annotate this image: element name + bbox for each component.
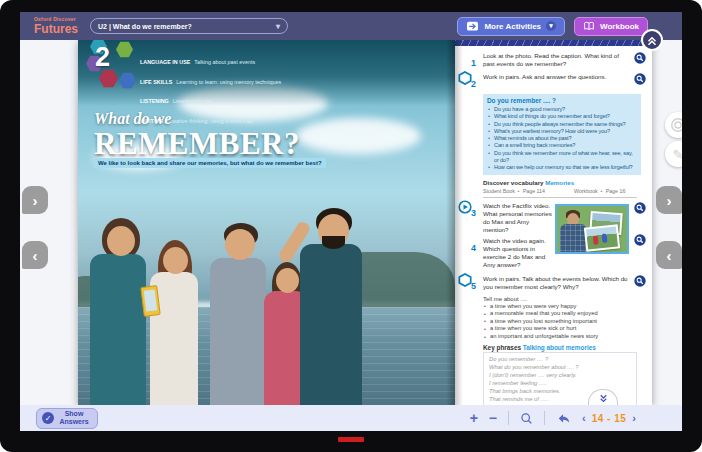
top-navbar: Oxford Discover Futures U2 | What do we … [20, 12, 682, 40]
double-chevron-up-icon [645, 33, 659, 47]
vocab-topic-link[interactable]: Memories [545, 179, 574, 186]
key-phrase: I remember feeling ..... [489, 379, 631, 387]
exercise-number: 3 [471, 208, 476, 218]
viewer-content: › ‹ › ‹ ✎ [20, 40, 682, 405]
unit-dropdown-label: U2 | What do we remember? [98, 23, 192, 30]
skill-desc: Learning to learn: using memory techniqu… [176, 79, 281, 85]
check-glyph: ✓ [45, 414, 52, 423]
page-forward-button-left[interactable]: › [22, 186, 48, 214]
page-back-button-right[interactable]: ‹ [656, 241, 682, 269]
presenter-figure [560, 224, 587, 254]
video-play-icon [458, 200, 472, 218]
skill-label: LISTENING [140, 98, 169, 104]
student-book-left-page: 2 LANGUAGE IN USETalking about past even… [78, 40, 455, 405]
chevron-down-icon[interactable]: ▾ [546, 21, 556, 31]
more-activities-label: More Activities [484, 22, 541, 31]
show-answers-button[interactable]: ✓ Show Answers [36, 408, 98, 429]
separator-icon: ▪ [601, 188, 603, 194]
chevron-right-icon: › [33, 192, 38, 209]
book-spine-shadow [446, 40, 455, 405]
event-item: an important and unforgettable news stor… [483, 333, 646, 341]
divider [508, 411, 509, 425]
monitor-brand-logo [338, 437, 364, 442]
book-spread: 2 LANGUAGE IN USETalking about past even… [78, 40, 652, 405]
exercise-text: Work in pairs. Ask and answer the questi… [483, 73, 631, 91]
bottom-toolbar: ✓ Show Answers + − ‹ 14 - 15 › [20, 405, 682, 431]
selfie-phone [140, 285, 161, 317]
event-item: a time when you were very happy [483, 303, 646, 311]
undo-button[interactable] [556, 412, 571, 425]
answer-zoom-icon[interactable] [634, 73, 646, 85]
skill-row: LANGUAGE IN USETalking about past events [140, 51, 281, 67]
divider [544, 411, 545, 425]
exercise-number: 5 [471, 281, 476, 291]
hexagon-shape [119, 72, 136, 89]
workbook-label: Workbook [600, 22, 639, 31]
collapse-panel-button[interactable] [641, 29, 663, 51]
exercise-number: 1 [471, 58, 476, 68]
exercise-number: 4 [471, 243, 476, 253]
question-item: What kind of things do you remember and … [487, 113, 637, 120]
question-item: Do you think people always remember the … [487, 121, 637, 128]
workbook-button[interactable]: Workbook [574, 17, 648, 36]
question-item: What reminds us about the past? [487, 135, 637, 142]
show-answers-label: Show Answers [58, 410, 90, 425]
skill-row: LISTENINGListening for gist [140, 90, 281, 106]
exercise-3: 3 Watch the Factflix video. What persona… [463, 202, 555, 234]
page-navigator: ‹ 14 - 15 › [582, 413, 636, 424]
key-phrase: I (don't) remember .... very clearly. [489, 371, 631, 379]
activities-icon [466, 20, 479, 32]
annotate-tool-button[interactable]: ✎ [665, 141, 682, 167]
unit-number: 2 [95, 42, 110, 73]
device-bezel: Oxford Discover Futures U2 | What do we … [0, 0, 702, 452]
speaking-hexagon-icon [458, 273, 472, 291]
page-back-button-left[interactable]: ‹ [22, 241, 48, 269]
exercise-4: 4 Watch the video again. Which questions… [463, 237, 555, 269]
unit-dropdown[interactable]: U2 | What do we remember? ▾ [90, 18, 288, 34]
exercise-5: 5 Work in pairs. Talk about the events b… [463, 275, 646, 293]
vocab-ref-page: Page 16 [606, 188, 626, 194]
skill-row: LIFE SKILLSLearning to learn: using memo… [140, 71, 281, 87]
question-item: How can we help our memory so that we ar… [487, 164, 637, 171]
exercise-text: Watch the Factflix video. What personal … [483, 202, 555, 234]
next-page-button[interactable]: › [632, 413, 636, 424]
answer-zoom-icon[interactable] [634, 202, 646, 214]
event-item: a time when you lost something important [483, 318, 646, 326]
chevron-left-icon: ‹ [33, 247, 38, 264]
page-forward-button-right[interactable]: › [656, 186, 682, 214]
key-phrase: What do you remember about .... ? [489, 363, 631, 371]
search-button[interactable] [520, 412, 533, 425]
more-activities-button[interactable]: More Activities ▾ [457, 17, 565, 36]
exercise-2: 2 Work in pairs. Ask and answer the ques… [463, 73, 646, 91]
toolbar-controls: + − ‹ 14 - 15 › [470, 411, 636, 425]
answer-zoom-icon[interactable] [634, 52, 646, 64]
event-item: a time when you were sick or hurt [483, 325, 646, 333]
questions-box: Do you remember .... ? Do you have a goo… [483, 94, 641, 175]
zoom-in-button[interactable]: + [470, 411, 478, 425]
answer-zoom-icon[interactable] [634, 234, 646, 246]
focus-tool-button[interactable] [665, 112, 682, 138]
answer-zoom-icon[interactable] [634, 275, 646, 287]
question-item: Can a smell bring back memories? [487, 142, 637, 149]
chevron-down-icon: ▾ [276, 22, 280, 31]
key-phrase: Do you remember .... ? [489, 355, 631, 363]
skill-desc: Listening for gist [173, 98, 212, 104]
video-exercises-row: 3 Watch the Factflix video. What persona… [463, 202, 646, 272]
key-phrases-title: Key phrases [483, 344, 521, 351]
exercise-text: Look at the photo. Read the caption. Wha… [483, 52, 631, 70]
exercises-column: 1 Look at the photo. Read the caption. W… [455, 46, 652, 405]
exercise-text: Watch the video again. Which questions i… [483, 237, 555, 269]
questions-box-title: Do you remember .... ? [487, 97, 637, 104]
vocab-ref-label: Workbook [574, 188, 598, 194]
page-range: 14 - 15 [592, 413, 627, 424]
chevron-right-icon: › [667, 192, 672, 209]
prev-page-button[interactable]: ‹ [582, 413, 586, 424]
vocab-ref-page: Page 114 [523, 188, 545, 194]
factflix-video-thumbnail[interactable] [555, 204, 629, 254]
exercise-1: 1 Look at the photo. Read the caption. W… [463, 52, 646, 70]
navbar-buttons: More Activities ▾ Workbook [457, 17, 648, 36]
chevron-down-glyph: ▾ [549, 22, 553, 30]
zoom-out-button[interactable]: − [489, 411, 497, 425]
chevron-left-icon: ‹ [667, 247, 672, 264]
exercise-5-intro: Tell me about .... [483, 296, 646, 302]
